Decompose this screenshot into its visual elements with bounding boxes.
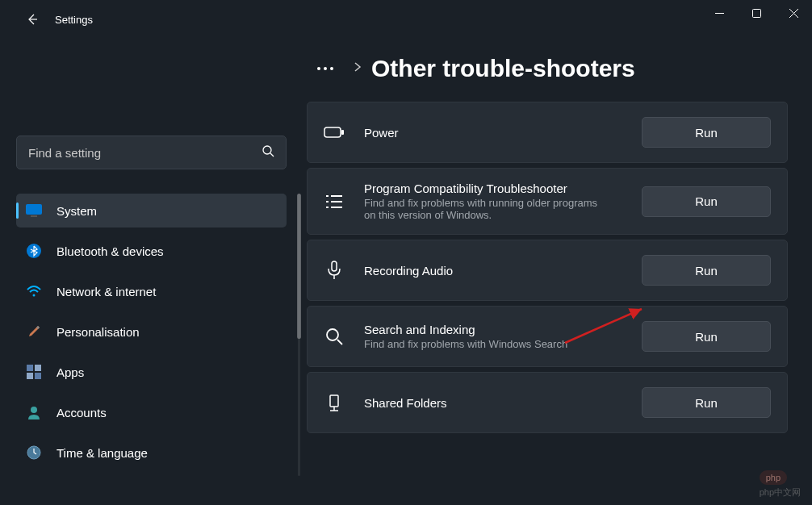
run-button-compat[interactable]: Run [642,186,771,217]
troubleshooter-shared-folders: Shared Folders Run [307,372,788,433]
power-icon [324,122,345,143]
wifi-icon [26,283,42,299]
mic-icon [324,260,345,281]
run-button-power[interactable]: Run [642,117,771,148]
svg-rect-2 [26,204,42,215]
svg-rect-0 [752,9,760,17]
close-button[interactable] [775,0,812,26]
svg-point-10 [31,407,37,413]
sidebar-item-accounts[interactable]: Accounts [16,395,287,429]
svg-rect-9 [35,373,41,379]
run-button-search[interactable]: Run [642,321,771,352]
sidebar-item-label: Personalisation [57,325,140,339]
list-icon [324,191,345,212]
sidebar: System Bluetooth & devices Network & int… [0,39,307,505]
sidebar-item-system[interactable]: System [16,194,287,227]
card-description: Find and fix problems with running older… [364,197,598,221]
sidebar-item-time-language[interactable]: Time & language [16,436,287,470]
troubleshooter-recording-audio: Recording Audio Run [307,240,788,301]
sidebar-item-label: Accounts [57,406,107,419]
brush-icon [26,323,42,340]
bluetooth-icon [26,243,42,259]
card-description: Find and fix problems with Windows Searc… [364,338,598,350]
svg-rect-13 [341,130,344,135]
search-box[interactable] [16,136,287,169]
folder-share-icon [324,392,345,413]
sidebar-item-label: Network & internet [57,285,156,298]
card-title: Search and Indexing [364,323,642,336]
svg-rect-16 [330,395,338,407]
scrollbar-thumb[interactable] [297,194,301,339]
svg-rect-6 [27,365,33,371]
watermark-badge: php [760,470,787,485]
search-icon [324,326,345,347]
apps-icon [26,364,42,380]
card-title: Recording Audio [364,264,642,278]
search-input[interactable] [28,146,262,160]
svg-point-1 [263,146,271,154]
back-arrow-icon [26,13,39,26]
watermark: php php中文网 [760,470,801,499]
sidebar-item-network[interactable]: Network & internet [16,274,287,308]
watermark-text: php中文网 [760,486,801,499]
app-title: Settings [55,14,93,26]
page-title: Other trouble-shooters [371,55,635,82]
nav-list: System Bluetooth & devices Network & int… [16,194,297,470]
svg-rect-3 [31,215,37,217]
run-button-shared[interactable]: Run [642,387,771,418]
troubleshooter-search-indexing: Search and Indexing Find and fix problem… [307,306,788,367]
troubleshooter-power: Power Run [307,102,788,163]
card-title: Power [364,126,642,140]
svg-point-15 [327,329,338,340]
card-title: Shared Folders [364,396,642,410]
clock-icon [26,444,42,461]
sidebar-item-label: System [57,204,97,218]
svg-rect-12 [324,127,341,137]
back-button[interactable] [16,3,48,35]
sidebar-item-personalisation[interactable]: Personalisation [16,315,287,348]
svg-point-5 [33,294,36,297]
card-title: Program Compatibility Troubleshooter [364,182,642,195]
run-button-recording[interactable]: Run [642,255,771,286]
svg-rect-8 [27,373,33,379]
sidebar-item-label: Time & language [57,446,148,460]
sidebar-item-apps[interactable]: Apps [16,355,287,389]
minimize-button[interactable] [701,0,738,26]
person-icon [26,404,42,420]
sidebar-item-label: Apps [57,365,84,379]
chevron-right-icon [354,61,362,76]
troubleshooter-program-compat: Program Compatibility Troubleshooter Fin… [307,168,788,235]
svg-rect-14 [332,261,337,271]
sidebar-item-bluetooth[interactable]: Bluetooth & devices [16,234,287,268]
breadcrumb-overflow[interactable] [313,67,337,70]
sidebar-item-label: Bluetooth & devices [57,244,164,258]
search-icon [262,144,274,161]
maximize-button[interactable] [738,0,775,26]
monitor-icon [26,202,42,219]
svg-rect-7 [35,365,41,371]
breadcrumb: Other trouble-shooters [307,55,788,82]
main-content: Other trouble-shooters Power Run Program… [307,39,812,505]
